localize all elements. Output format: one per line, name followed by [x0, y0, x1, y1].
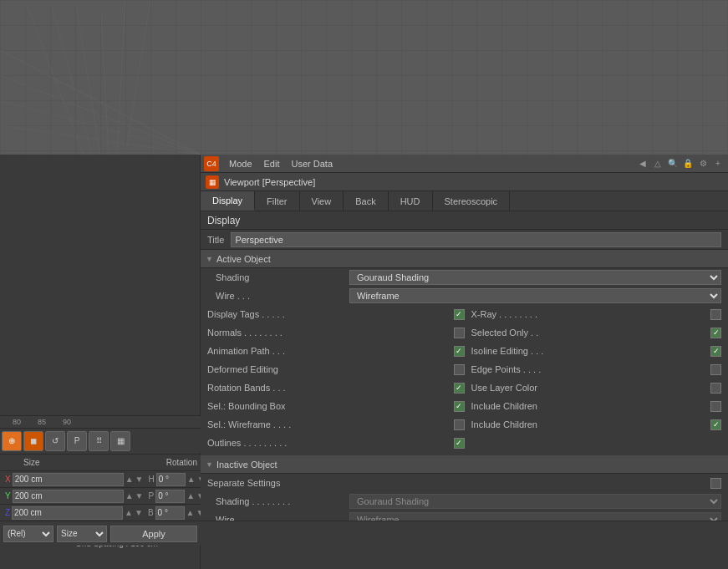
yrot-up-arrow[interactable]: ▲ [186, 491, 195, 500]
col-left-cb-3[interactable] [454, 364, 465, 375]
tab-view[interactable]: View [300, 191, 344, 211]
col-left-cb-0[interactable]: ✓ [454, 309, 465, 320]
col-right-label-6: Include Children [465, 419, 711, 429]
col-left-cb-2[interactable]: ✓ [454, 346, 465, 357]
x-size-input[interactable] [13, 473, 124, 486]
triangle-icon[interactable]: △ [651, 157, 664, 170]
size-label: Size [23, 458, 39, 467]
props-row: Size Rotation [0, 454, 201, 470]
checkbox-row-6: Sel.: Wireframe . . . .Include Children✓ [201, 415, 728, 434]
col-right-cb-6[interactable]: ✓ [710, 419, 721, 430]
tool-btn-grid[interactable]: ▦ [110, 431, 130, 451]
y-down-arrow[interactable]: ▼ [135, 491, 144, 500]
zrot-up-arrow[interactable]: ▲ [186, 508, 195, 517]
col-right-cb-1[interactable]: ✓ [710, 328, 721, 338]
window-title: Viewport [Perspective] [224, 177, 315, 187]
plus-icon[interactable]: + [711, 157, 725, 170]
back-icon[interactable]: ◀ [636, 157, 649, 170]
wire-select[interactable]: Wireframe [349, 288, 721, 303]
tool-btn-dots[interactable]: ⠿ [89, 431, 109, 451]
z-label: Z [5, 508, 10, 517]
col-left-label-0: Display Tags . . . . . [207, 309, 454, 319]
tool-btn-stop[interactable]: ◼ [23, 431, 43, 451]
svg-line-5 [50, 0, 92, 155]
y-rot-input[interactable] [155, 490, 185, 503]
col-left-label-7: Outlines . . . . . . . . . [207, 438, 454, 448]
title-input[interactable] [231, 232, 721, 247]
tabs-bar: Display Filter View Back HUD Stereoscopi… [201, 191, 728, 211]
tool-btn-p[interactable]: P [67, 431, 87, 451]
menu-edit[interactable]: Edit [259, 157, 285, 170]
tab-back[interactable]: Back [344, 191, 388, 211]
y-size-input[interactable] [13, 490, 124, 503]
col-left-3: Deformed Editing [207, 364, 465, 375]
tab-hud[interactable]: HUD [389, 191, 433, 211]
col-left-cb-6[interactable] [454, 419, 465, 430]
tab-stereoscopic[interactable]: Stereoscopic [433, 191, 511, 211]
checkbox-row-4: Rotation Bands . . .✓Use Layer Color [201, 378, 728, 397]
col-right-4: Use Layer Color [465, 383, 722, 394]
apply-rel-dropdown[interactable]: (Rel) [3, 526, 53, 542]
active-object-header[interactable]: ▼ Active Object [201, 250, 728, 268]
checkbox-row-7: Outlines . . . . . . . . .✓ [201, 434, 728, 452]
col-left-cb-7[interactable]: ✓ [454, 438, 465, 449]
col-left-cb-1[interactable] [454, 328, 465, 338]
checkbox-rows: Display Tags . . . . .✓X-Ray . . . . . .… [201, 305, 728, 452]
viewport-grid [0, 0, 728, 155]
y-up-arrow[interactable]: ▲ [125, 491, 134, 500]
col-right-cb-0[interactable] [710, 309, 721, 320]
xrot-up-arrow[interactable]: ▲ [187, 475, 196, 484]
z-rot-input[interactable] [155, 506, 185, 520]
y-label: Y [5, 491, 11, 500]
wire-row: Wire . . . Wireframe [201, 287, 728, 305]
col-right-cb-5[interactable] [710, 401, 721, 412]
axis-rows: X ▲ ▼ H ▲ ▼ Y ▲ ▼ P ▲ ▼ Z ▲ ▼ B ▲ ▼ [0, 470, 201, 521]
x-down-arrow[interactable]: ▼ [135, 475, 144, 484]
axis-row-x: X ▲ ▼ H ▲ ▼ [0, 470, 201, 487]
col-left-cb-5[interactable]: ✓ [454, 401, 465, 412]
axis-row-z: Z ▲ ▼ B ▲ ▼ [0, 504, 201, 521]
window-app-icon: ▦ [206, 175, 219, 189]
col-right-cb-2[interactable]: ✓ [710, 346, 721, 357]
col-left-cb-4[interactable]: ✓ [454, 383, 465, 394]
apply-size-dropdown[interactable]: Size [57, 526, 107, 542]
search-icon[interactable]: 🔍 [666, 157, 680, 170]
col-left-label-6: Sel.: Wireframe . . . . [207, 419, 454, 429]
active-object-arrow: ▼ [206, 255, 213, 263]
window-title-bar: ▦ Viewport [Perspective] [201, 173, 728, 191]
apply-button[interactable]: Apply [110, 526, 197, 542]
shading-row: Shading Gouraud Shading [201, 268, 728, 287]
menu-bar: C4 Mode Edit User Data ◀ △ 🔍 🔒 ⚙ + [201, 155, 728, 173]
col-right-label-0: X-Ray . . . . . . . . [465, 309, 711, 319]
tab-filter[interactable]: Filter [255, 191, 299, 211]
ruler-mark-90: 90 [54, 418, 79, 426]
z-size-input[interactable] [12, 506, 123, 520]
viewport-area [0, 0, 728, 155]
tab-display[interactable]: Display [201, 191, 255, 211]
z-down-arrow[interactable]: ▼ [135, 508, 143, 517]
menu-mode[interactable]: Mode [224, 157, 257, 170]
inactive-shading-select[interactable]: Gouraud Shading [349, 494, 721, 509]
shading-select[interactable]: Gouraud Shading [349, 270, 721, 285]
inactive-object-header[interactable]: ▼ Inactive Object [201, 455, 728, 474]
col-right-cb-3[interactable] [710, 364, 721, 375]
tool-btn-rotate[interactable]: ↺ [45, 431, 65, 451]
x-rot-input[interactable] [156, 473, 186, 486]
separate-settings-checkbox[interactable] [710, 478, 721, 489]
display-section-label: Display [201, 211, 728, 230]
menu-user-data[interactable]: User Data [287, 157, 339, 170]
rotation-label: Rotation [166, 458, 197, 467]
x-label: X [5, 475, 11, 484]
gear-icon[interactable]: ⚙ [696, 157, 710, 170]
col-right-0: X-Ray . . . . . . . . [465, 309, 722, 320]
separate-settings-row: Separate Settings [201, 474, 728, 492]
col-left-label-2: Animation Path . . . [207, 346, 454, 356]
tool-btn-add[interactable]: ⊕ [2, 431, 22, 451]
col-right-cb-4[interactable] [710, 383, 721, 394]
z-up-arrow[interactable]: ▲ [125, 508, 133, 517]
col-right-1: Selected Only . .✓ [465, 328, 722, 338]
svg-line-6 [75, 0, 100, 155]
col-right-label-5: Include Children [465, 401, 711, 411]
lock-icon[interactable]: 🔒 [681, 157, 695, 170]
x-up-arrow[interactable]: ▲ [125, 475, 134, 484]
